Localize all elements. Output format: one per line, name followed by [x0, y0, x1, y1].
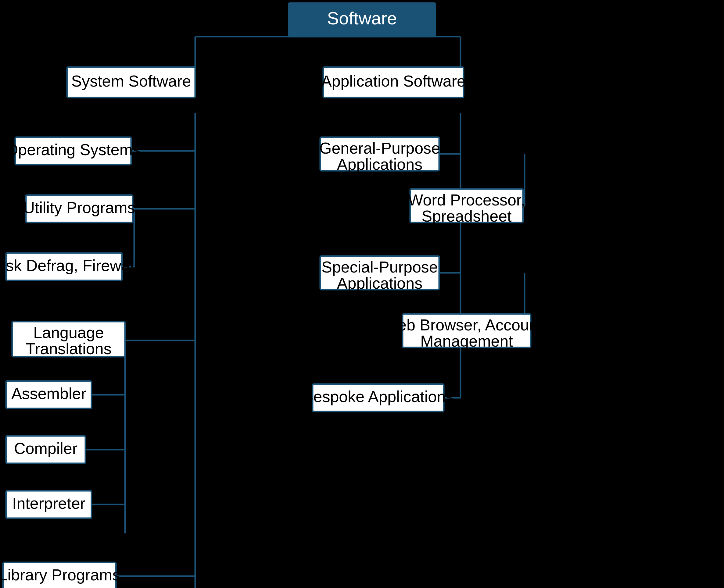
application-software-label: Application Software	[321, 72, 466, 90]
language-translations-label2: Translations	[26, 340, 111, 358]
language-translations-label1: Language	[33, 324, 104, 341]
special-purpose-label2: Applications	[337, 274, 422, 292]
root-node-label: Software	[327, 8, 397, 28]
word-processor-label1: Word Processor,	[408, 191, 525, 209]
diagram: Software System Software Application Sof…	[0, 0, 724, 588]
assembler-label: Assembler	[11, 385, 86, 402]
disk-defrag-label: Disk Defrag, Firewall	[0, 257, 137, 274]
interpreter-label: Interpreter	[12, 495, 85, 512]
web-browser-label2: Management	[420, 332, 513, 350]
web-browser-label1: Web Browser, Accounts	[383, 316, 550, 334]
system-software-label: System Software	[71, 72, 191, 90]
general-purpose-label2: Applications	[337, 155, 422, 173]
library-programs-label: Library Programs	[0, 566, 120, 584]
operating-systems-label: Operating Systems	[6, 141, 141, 159]
special-purpose-label1: Special-Purpose	[322, 258, 438, 276]
word-processor-label2: Spreadsheet	[422, 207, 512, 225]
general-purpose-label1: General-Purpose	[319, 139, 440, 157]
compiler-label: Compiler	[14, 440, 78, 457]
bespoke-applications-label: Bespoke Applications	[303, 388, 454, 405]
utility-programs-label: Utility Programs	[23, 199, 136, 216]
